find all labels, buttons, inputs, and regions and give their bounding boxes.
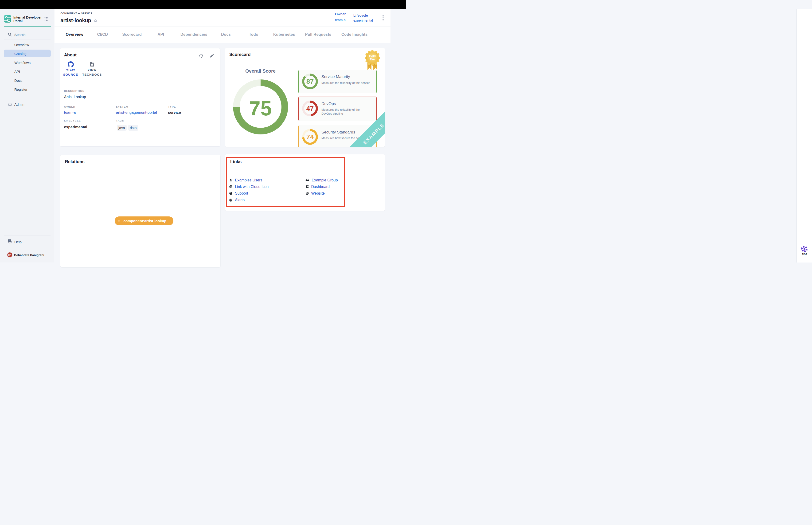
svg-text:?: ? xyxy=(9,239,10,242)
svg-text:Gold: Gold xyxy=(369,55,376,58)
svg-text:Tier: Tier xyxy=(370,58,375,61)
